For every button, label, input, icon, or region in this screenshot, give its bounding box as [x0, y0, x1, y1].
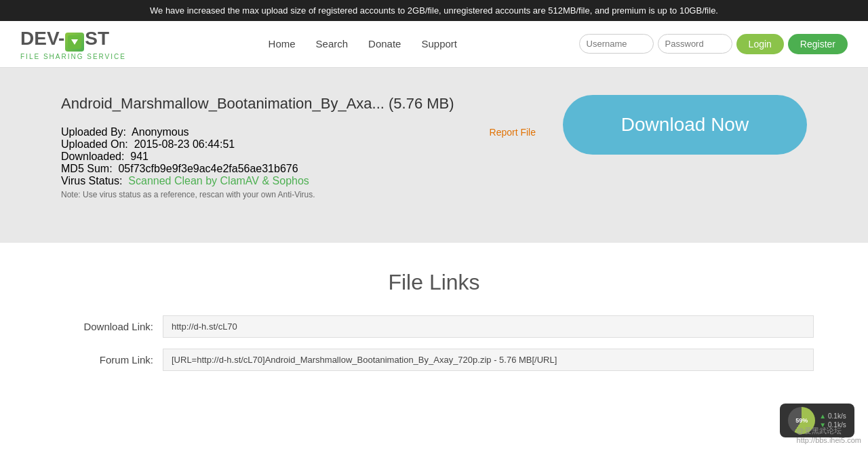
download-link-input[interactable]: [163, 315, 814, 338]
auth-area: Login Register: [579, 34, 848, 54]
uploaded-on-row: Uploaded On: 2015-08-23 06:44:51: [61, 138, 490, 151]
speed-circle: 59%: [788, 407, 815, 409]
main-nav: Home Search Donate Support: [160, 38, 566, 50]
report-link-area: Report File: [490, 126, 536, 199]
file-info-container: Android_Marshmallow_Bootanimation_By_Axa…: [61, 95, 807, 202]
file-meta: Uploaded By: Anonymous Uploaded On: 2015…: [61, 126, 490, 199]
virus-row: Virus Status: Scanned Clean by ClamAV & …: [61, 175, 490, 187]
nav-support[interactable]: Support: [421, 38, 457, 50]
meta-report-row: Uploaded By: Anonymous Uploaded On: 2015…: [61, 126, 536, 199]
nav-search[interactable]: Search: [316, 38, 349, 50]
uploaded-by-row: Uploaded By: Anonymous: [61, 126, 490, 138]
download-btn-area: Download Now: [563, 95, 807, 155]
report-file-link[interactable]: Report File: [490, 127, 536, 138]
speed-widget: 59% ▲ 0.1k/s ▼ 0.1k/s: [780, 404, 854, 409]
file-note: Note: Use virus status as a reference, r…: [61, 190, 490, 199]
forum-link-label: Forum Link:: [54, 354, 163, 366]
forum-link-row: Forum Link:: [54, 349, 814, 371]
file-title: Android_Marshmallow_Bootanimation_By_Axa…: [61, 95, 536, 113]
nav-home[interactable]: Home: [269, 38, 296, 50]
download-link-row: Download Link:: [54, 315, 814, 338]
md5-row: MD5 Sum: 05f73cfb9e9f3e9ac4e2fa56ae31b67…: [61, 163, 490, 175]
logo: DEV- ST FILE SHARING SERVICE: [20, 28, 126, 60]
logo-text: DEV- ST: [20, 28, 126, 52]
top-banner: We have increased the max upload size of…: [0, 0, 868, 21]
file-links-title: File Links: [54, 270, 814, 295]
downloaded-row: Downloaded: 941: [61, 151, 490, 163]
file-details: Android_Marshmallow_Bootanimation_By_Axa…: [61, 95, 536, 202]
logo-subtitle: FILE SHARING SERVICE: [20, 53, 126, 60]
forum-link-input[interactable]: [163, 349, 814, 371]
login-button[interactable]: Login: [736, 34, 784, 54]
file-links-section: File Links Download Link: Forum Link:: [0, 243, 868, 409]
username-input[interactable]: [579, 34, 654, 54]
register-button[interactable]: Register: [788, 34, 848, 54]
nav-donate[interactable]: Donate: [368, 38, 401, 50]
file-section: Android_Marshmallow_Bootanimation_By_Axa…: [0, 68, 868, 243]
header: DEV- ST FILE SHARING SERVICE Home Search…: [0, 21, 868, 68]
download-now-button[interactable]: Download Now: [563, 95, 807, 155]
password-input[interactable]: [658, 34, 732, 54]
download-link-label: Download Link:: [54, 321, 163, 332]
